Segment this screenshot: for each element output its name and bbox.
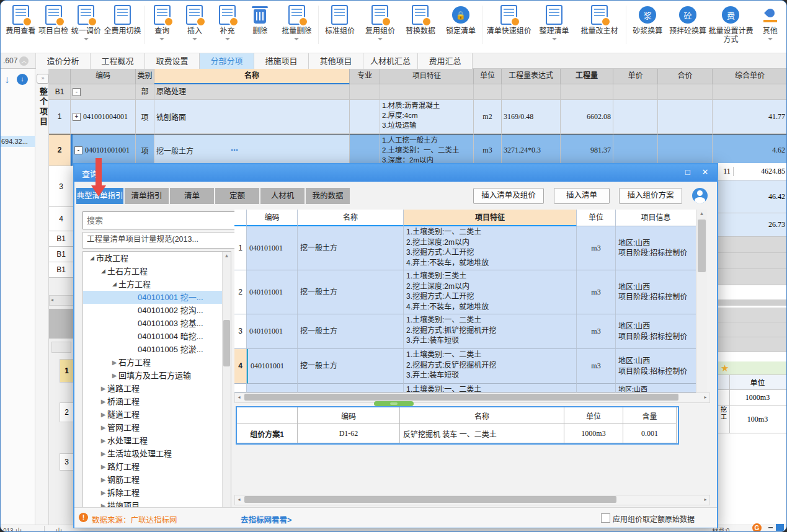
table-row[interactable]: 1 +041001004001 项 铣刨路面 1.材质:沥青混凝土 2.厚度:4…: [49, 100, 787, 134]
tool-organize-list[interactable]: 整理清单: [534, 3, 574, 43]
collapse-toggle[interactable]: -: [74, 146, 82, 154]
tab-fee-summary[interactable]: 费用汇总: [418, 53, 473, 69]
rail-amount[interactable]: 694.32...: [1, 136, 37, 147]
user-avatar[interactable]: [692, 188, 708, 203]
tree-item[interactable]: ▶路灯工程: [83, 460, 231, 473]
tool-replace-data[interactable]: 替换数据: [400, 3, 440, 35]
pane-splitter-handle[interactable]: [374, 401, 414, 406]
expand-toggle[interactable]: +: [73, 113, 81, 121]
tool-other[interactable]: 其他: [754, 3, 786, 43]
results-scrollbar[interactable]: ▲: [696, 210, 707, 392]
close-button[interactable]: ✕: [700, 167, 711, 177]
tab-project-overview[interactable]: 工程概况: [91, 53, 145, 69]
col-unit[interactable]: 单位: [474, 69, 502, 84]
tree-item[interactable]: ▶石方工程: [83, 356, 231, 369]
tab-my-data[interactable]: 我的数据: [306, 188, 350, 204]
tree-scrollbar[interactable]: ▲ ▼: [222, 252, 231, 526]
more-button[interactable]: ⋯: [231, 146, 238, 154]
expand-panel-button[interactable]: »: [37, 74, 49, 84]
col-name[interactable]: 名称: [298, 210, 404, 226]
tool-reuse-pricing[interactable]: 复用组价: [360, 3, 400, 43]
taskbar-app-icon[interactable]: [776, 524, 784, 531]
scroll-left-icon[interactable]: ◂: [235, 393, 243, 401]
result-row[interactable]: 2 040101001 挖一般土方 1.土壤类别:三类土 2.挖土深度:2m以内…: [234, 270, 707, 314]
dialog-titlebar[interactable]: 查询: [74, 164, 717, 182]
tool-concrete-convert[interactable]: 砼 预拌砼换算: [668, 3, 708, 35]
tab-divisional-items[interactable]: 分部分项: [200, 53, 254, 69]
tool-mortar-convert[interactable]: 浆 砂浆换算: [628, 3, 668, 35]
tree-item[interactable]: ▶道路工程: [83, 382, 231, 395]
col-features[interactable]: 项目特征: [380, 69, 474, 84]
tree-item[interactable]: ◢土石方工程: [83, 265, 231, 278]
col-composite-price[interactable]: 综合单价: [713, 69, 787, 84]
table-row[interactable]: B1 - 部 原路处理: [49, 84, 787, 100]
tree-item[interactable]: ◢市政工程: [83, 252, 231, 265]
tree-item[interactable]: ▶钢筋工程: [83, 473, 231, 486]
apply-original-quota-checkbox[interactable]: [601, 513, 610, 523]
scrollbar-thumb[interactable]: [698, 219, 706, 272]
tab-typical-list-guide[interactable]: 典型清单指引: [76, 188, 123, 204]
tree-item[interactable]: ▶生活垃圾处理工程: [83, 447, 231, 460]
scroll-right-icon[interactable]: ▸: [701, 495, 709, 503]
index-site-link[interactable]: 去指标网看看>: [241, 513, 291, 525]
col-features[interactable]: 项目特征: [404, 210, 577, 226]
tree-item[interactable]: ▶隧道工程: [83, 408, 231, 421]
tree-item[interactable]: ◢土方工程: [83, 278, 231, 291]
tree-item[interactable]: 040101003 挖基...: [83, 317, 231, 330]
tree-item[interactable]: ▶回填方及土石方运输: [83, 369, 231, 382]
col-specialty[interactable]: 专业: [350, 69, 380, 84]
tab-quota[interactable]: 定额: [215, 188, 259, 204]
tab-labor-material-summary[interactable]: 人材机汇总: [363, 53, 418, 69]
col-code[interactable]: 编码: [247, 210, 298, 226]
plan-row[interactable]: 组价方案1 D1-62 反铲挖掘机 装车 一、二类土 1000m3 0.001: [237, 424, 678, 443]
tab-labor-material[interactable]: 人材机: [260, 188, 305, 204]
col-total-price[interactable]: 合价: [658, 69, 713, 84]
tool-standard-pricing[interactable]: 标准组价: [320, 3, 360, 35]
col-qty-expr[interactable]: 工程量表达式: [502, 69, 561, 84]
minimize-icon[interactable]: [768, 527, 773, 528]
collapse-toggle[interactable]: -: [73, 88, 81, 96]
tool-fee-view[interactable]: 费用查看: [4, 3, 37, 35]
col-project-info[interactable]: 项目信息: [616, 210, 696, 226]
tool-batch-delete[interactable]: 批量删除: [277, 3, 317, 43]
spec-select[interactable]: 工程量清单项目计量规范(2013...: [82, 232, 246, 249]
tree-item-selected[interactable]: 040101001 挖一...: [83, 291, 231, 304]
scroll-left-icon[interactable]: ◂: [235, 495, 243, 503]
star-icon[interactable]: ★: [721, 363, 729, 374]
result-row[interactable]: 1 040101001 挖一般土方 1.土壤类别:一、二类土 2.挖土深度:2m…: [234, 226, 707, 270]
scroll-up-icon[interactable]: ▲: [696, 211, 707, 216]
download-icon[interactable]: ↓: [17, 74, 28, 85]
tree-item[interactable]: ▶拆除工程: [83, 486, 231, 499]
tab-list-guide[interactable]: 清单指引: [125, 188, 169, 204]
tool-quick-pricing[interactable]: 清单快速组价: [484, 3, 534, 35]
bottom-hscrollbar[interactable]: ◂ ▸: [234, 495, 710, 505]
tab-measure-items[interactable]: 措施项目: [254, 53, 309, 69]
tab-list[interactable]: 清单: [170, 188, 214, 204]
results-hscrollbar[interactable]: ◂ ▸: [234, 392, 710, 403]
col-unit-price[interactable]: 单价: [613, 69, 658, 84]
scrollbar-thumb[interactable]: [223, 320, 230, 366]
result-row-selected[interactable]: 4 040101001 挖一般土方 1.土壤类别:一、二类土 2.挖掘方式:反铲…: [234, 349, 707, 384]
down-arrow-icon[interactable]: ↓: [4, 74, 10, 86]
col-code[interactable]: 编码: [71, 69, 136, 84]
tool-full-fee-toggle[interactable]: 全费用切换: [102, 3, 143, 35]
tree-item[interactable]: 040101002 挖沟...: [83, 304, 231, 317]
tab-fee-settings[interactable]: 取费设置: [145, 53, 200, 69]
col-unit[interactable]: 单位: [577, 210, 616, 226]
maximize-button[interactable]: □: [682, 167, 693, 177]
col-name[interactable]: 名称: [154, 69, 350, 84]
insert-list-button[interactable]: 插入清单: [554, 188, 610, 204]
collapse-up-icon[interactable]: ︿: [19, 56, 29, 66]
tool-self-check[interactable]: 项目自检: [37, 3, 70, 35]
result-row[interactable]: 3 040101001 挖一般土方 1.土壤类别:一、二类土 2.挖掘方式:抓铲…: [234, 314, 707, 349]
tool-supplement[interactable]: 补充: [211, 3, 244, 43]
table-row-selected[interactable]: 2 -040101001001 项 挖一般土方⋯ 1.人工挖一般土方 2.土壤类…: [49, 134, 787, 166]
insert-pricing-plan-button[interactable]: 插入组价方案: [619, 188, 682, 204]
tool-batch-fee-mode[interactable]: 费 批量设置计费方式: [708, 3, 754, 44]
tab-other-items[interactable]: 其他项目: [309, 53, 363, 69]
tool-delete[interactable]: 删除: [244, 3, 277, 35]
tab-cost-analysis[interactable]: 造价分析: [36, 53, 91, 69]
tree-item[interactable]: ▶桥涵工程: [83, 395, 231, 408]
tool-insert[interactable]: 插入: [179, 3, 211, 43]
tree-item[interactable]: ▶水处理工程: [83, 434, 231, 447]
